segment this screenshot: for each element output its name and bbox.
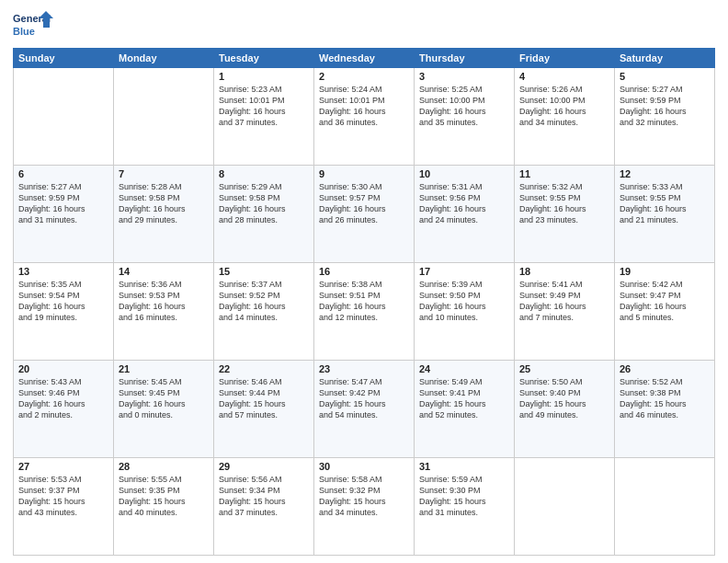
day-info: Sunrise: 5:33 AM Sunset: 9:55 PM Dayligh… <box>620 181 710 226</box>
day-info: Sunrise: 5:39 AM Sunset: 9:50 PM Dayligh… <box>419 279 509 324</box>
calendar-cell: 15Sunrise: 5:37 AM Sunset: 9:52 PM Dayli… <box>214 263 314 361</box>
day-number: 1 <box>219 71 309 82</box>
day-info: Sunrise: 5:53 AM Sunset: 9:37 PM Dayligh… <box>18 474 108 519</box>
day-info: Sunrise: 5:27 AM Sunset: 9:59 PM Dayligh… <box>18 181 108 226</box>
day-number: 28 <box>119 461 209 472</box>
calendar-table: SundayMondayTuesdayWednesdayThursdayFrid… <box>13 48 715 556</box>
day-info: Sunrise: 5:35 AM Sunset: 9:54 PM Dayligh… <box>18 279 108 324</box>
calendar-cell: 31Sunrise: 5:59 AM Sunset: 9:30 PM Dayli… <box>415 458 515 556</box>
calendar-cell: 13Sunrise: 5:35 AM Sunset: 9:54 PM Dayli… <box>14 263 114 361</box>
day-info: Sunrise: 5:55 AM Sunset: 9:35 PM Dayligh… <box>119 474 209 519</box>
calendar-cell: 16Sunrise: 5:38 AM Sunset: 9:51 PM Dayli… <box>314 263 415 361</box>
day-number: 14 <box>119 266 209 277</box>
weekday-header-monday: Monday <box>114 49 214 68</box>
calendar-cell: 3Sunrise: 5:25 AM Sunset: 10:00 PM Dayli… <box>415 68 515 166</box>
calendar-cell: 29Sunrise: 5:56 AM Sunset: 9:34 PM Dayli… <box>214 458 314 556</box>
calendar-cell <box>114 68 214 166</box>
calendar-cell: 22Sunrise: 5:46 AM Sunset: 9:44 PM Dayli… <box>214 361 314 458</box>
day-number: 15 <box>219 266 309 277</box>
day-info: Sunrise: 5:38 AM Sunset: 9:51 PM Dayligh… <box>319 279 409 324</box>
calendar-cell: 28Sunrise: 5:55 AM Sunset: 9:35 PM Dayli… <box>114 458 214 556</box>
calendar-cell: 24Sunrise: 5:49 AM Sunset: 9:41 PM Dayli… <box>415 361 515 458</box>
weekday-header-wednesday: Wednesday <box>314 49 415 68</box>
day-info: Sunrise: 5:29 AM Sunset: 9:58 PM Dayligh… <box>219 181 309 226</box>
day-info: Sunrise: 5:47 AM Sunset: 9:42 PM Dayligh… <box>319 376 409 421</box>
svg-text:Blue: Blue <box>13 26 35 37</box>
day-info: Sunrise: 5:59 AM Sunset: 9:30 PM Dayligh… <box>419 474 509 519</box>
calendar-cell: 27Sunrise: 5:53 AM Sunset: 9:37 PM Dayli… <box>14 458 114 556</box>
day-info: Sunrise: 5:37 AM Sunset: 9:52 PM Dayligh… <box>219 279 309 324</box>
weekday-header-thursday: Thursday <box>415 49 515 68</box>
calendar-cell: 6Sunrise: 5:27 AM Sunset: 9:59 PM Daylig… <box>14 166 114 263</box>
calendar-cell: 12Sunrise: 5:33 AM Sunset: 9:55 PM Dayli… <box>615 166 715 263</box>
logo: General Blue <box>13 9 53 42</box>
calendar-cell: 14Sunrise: 5:36 AM Sunset: 9:53 PM Dayli… <box>114 263 214 361</box>
day-number: 3 <box>419 71 509 82</box>
page: General Blue SundayMondayTuesdayWednesda… <box>0 0 728 563</box>
day-number: 6 <box>18 168 108 179</box>
day-info: Sunrise: 5:30 AM Sunset: 9:57 PM Dayligh… <box>319 181 409 226</box>
day-info: Sunrise: 5:45 AM Sunset: 9:45 PM Dayligh… <box>119 376 209 421</box>
day-number: 26 <box>620 363 710 374</box>
calendar-cell: 11Sunrise: 5:32 AM Sunset: 9:55 PM Dayli… <box>515 166 615 263</box>
logo-svg: General Blue <box>13 9 53 42</box>
day-number: 25 <box>519 363 609 374</box>
calendar-cell: 17Sunrise: 5:39 AM Sunset: 9:50 PM Dayli… <box>415 263 515 361</box>
day-info: Sunrise: 5:36 AM Sunset: 9:53 PM Dayligh… <box>119 279 209 324</box>
day-number: 4 <box>519 71 609 82</box>
calendar-cell: 18Sunrise: 5:41 AM Sunset: 9:49 PM Dayli… <box>515 263 615 361</box>
day-info: Sunrise: 5:52 AM Sunset: 9:38 PM Dayligh… <box>620 376 710 421</box>
calendar-cell: 21Sunrise: 5:45 AM Sunset: 9:45 PM Dayli… <box>114 361 214 458</box>
day-number: 8 <box>219 168 309 179</box>
day-number: 17 <box>419 266 509 277</box>
day-info: Sunrise: 5:24 AM Sunset: 10:01 PM Daylig… <box>319 84 409 129</box>
calendar-cell: 26Sunrise: 5:52 AM Sunset: 9:38 PM Dayli… <box>615 361 715 458</box>
day-number: 5 <box>620 71 710 82</box>
day-info: Sunrise: 5:43 AM Sunset: 9:46 PM Dayligh… <box>18 376 108 421</box>
header: General Blue <box>13 9 715 42</box>
day-info: Sunrise: 5:42 AM Sunset: 9:47 PM Dayligh… <box>620 279 710 324</box>
header-row: SundayMondayTuesdayWednesdayThursdayFrid… <box>14 49 715 68</box>
calendar-week-3: 13Sunrise: 5:35 AM Sunset: 9:54 PM Dayli… <box>14 263 715 361</box>
day-info: Sunrise: 5:31 AM Sunset: 9:56 PM Dayligh… <box>419 181 509 226</box>
weekday-header-sunday: Sunday <box>14 49 114 68</box>
weekday-header-saturday: Saturday <box>615 49 715 68</box>
day-number: 12 <box>620 168 710 179</box>
calendar-week-2: 6Sunrise: 5:27 AM Sunset: 9:59 PM Daylig… <box>14 166 715 263</box>
calendar-cell: 1Sunrise: 5:23 AM Sunset: 10:01 PM Dayli… <box>214 68 314 166</box>
day-number: 13 <box>18 266 108 277</box>
day-info: Sunrise: 5:56 AM Sunset: 9:34 PM Dayligh… <box>219 474 309 519</box>
day-number: 2 <box>319 71 409 82</box>
calendar-cell: 9Sunrise: 5:30 AM Sunset: 9:57 PM Daylig… <box>314 166 415 263</box>
calendar-cell <box>515 458 615 556</box>
day-number: 20 <box>18 363 108 374</box>
day-info: Sunrise: 5:28 AM Sunset: 9:58 PM Dayligh… <box>119 181 209 226</box>
calendar-cell: 7Sunrise: 5:28 AM Sunset: 9:58 PM Daylig… <box>114 166 214 263</box>
calendar-week-1: 1Sunrise: 5:23 AM Sunset: 10:01 PM Dayli… <box>14 68 715 166</box>
day-number: 11 <box>519 168 609 179</box>
day-info: Sunrise: 5:41 AM Sunset: 9:49 PM Dayligh… <box>519 279 609 324</box>
day-number: 21 <box>119 363 209 374</box>
day-number: 9 <box>319 168 409 179</box>
day-number: 30 <box>319 461 409 472</box>
day-number: 27 <box>18 461 108 472</box>
day-info: Sunrise: 5:32 AM Sunset: 9:55 PM Dayligh… <box>519 181 609 226</box>
calendar-cell: 20Sunrise: 5:43 AM Sunset: 9:46 PM Dayli… <box>14 361 114 458</box>
calendar-cell <box>14 68 114 166</box>
calendar-cell: 8Sunrise: 5:29 AM Sunset: 9:58 PM Daylig… <box>214 166 314 263</box>
day-info: Sunrise: 5:50 AM Sunset: 9:40 PM Dayligh… <box>519 376 609 421</box>
day-info: Sunrise: 5:26 AM Sunset: 10:00 PM Daylig… <box>519 84 609 129</box>
day-info: Sunrise: 5:25 AM Sunset: 10:00 PM Daylig… <box>419 84 509 129</box>
weekday-header-friday: Friday <box>515 49 615 68</box>
day-number: 31 <box>419 461 509 472</box>
calendar-cell: 19Sunrise: 5:42 AM Sunset: 9:47 PM Dayli… <box>615 263 715 361</box>
day-info: Sunrise: 5:27 AM Sunset: 9:59 PM Dayligh… <box>620 84 710 129</box>
weekday-header-tuesday: Tuesday <box>214 49 314 68</box>
calendar-cell <box>615 458 715 556</box>
calendar-cell: 4Sunrise: 5:26 AM Sunset: 10:00 PM Dayli… <box>515 68 615 166</box>
day-info: Sunrise: 5:58 AM Sunset: 9:32 PM Dayligh… <box>319 474 409 519</box>
day-number: 23 <box>319 363 409 374</box>
day-info: Sunrise: 5:23 AM Sunset: 10:01 PM Daylig… <box>219 84 309 129</box>
calendar-cell: 30Sunrise: 5:58 AM Sunset: 9:32 PM Dayli… <box>314 458 415 556</box>
day-number: 29 <box>219 461 309 472</box>
